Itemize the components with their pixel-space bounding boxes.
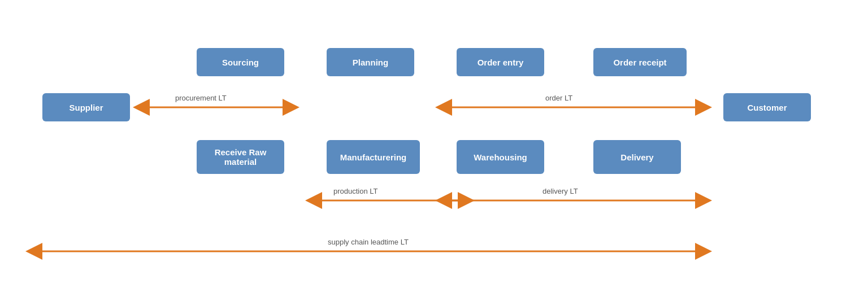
svg-text:order LT: order LT bbox=[545, 94, 572, 102]
box-sourcing: Sourcing bbox=[197, 48, 284, 76]
box-warehousing: Warehousing bbox=[457, 140, 544, 174]
diagram: SupplierSourcingPlanningOrder entryOrder… bbox=[0, 0, 868, 301]
box-delivery: Delivery bbox=[593, 140, 681, 174]
box-supplier: Supplier bbox=[42, 93, 130, 121]
svg-text:procurement LT: procurement LT bbox=[175, 94, 227, 102]
box-manufacturering: Manufacturering bbox=[327, 140, 420, 174]
arrow-order-lt: order LT bbox=[0, 0, 868, 301]
arrow-procurement-lt: procurement LT bbox=[0, 0, 868, 301]
box-receive-raw: Receive Rawmaterial bbox=[197, 140, 284, 174]
arrow-production-lt: production LT bbox=[0, 0, 868, 301]
arrow-supply-chain-lt: supply chain leadtime LT bbox=[0, 0, 868, 301]
box-customer: Customer bbox=[723, 93, 811, 121]
svg-text:production LT: production LT bbox=[333, 187, 378, 195]
box-planning: Planning bbox=[327, 48, 414, 76]
svg-text:delivery  LT: delivery LT bbox=[542, 187, 578, 195]
box-order-receipt: Order receipt bbox=[593, 48, 687, 76]
box-order-entry: Order entry bbox=[457, 48, 544, 76]
arrow-delivery-lt: delivery LT bbox=[0, 0, 868, 301]
svg-text:supply chain leadtime LT: supply chain leadtime LT bbox=[328, 238, 409, 246]
